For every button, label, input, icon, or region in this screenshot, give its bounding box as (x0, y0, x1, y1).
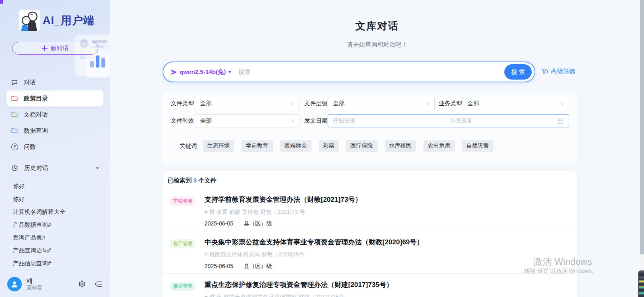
filter-select-file-level[interactable]: 全部∨ (328, 97, 435, 110)
sidebar-item-policy-catalog[interactable]: 政策目录 (6, 90, 103, 107)
result-level: 县（区）级 (244, 220, 272, 227)
result-title[interactable]: 重点生态保护修复治理专项资金管理办法（财建[2017]735号） (204, 281, 572, 289)
scrollbar-thumb[interactable] (640, 0, 644, 254)
search-input[interactable]: 搜索 (238, 68, 504, 76)
funnel-icon (541, 68, 548, 75)
sidebar-item-label: 问数 (24, 143, 36, 151)
sidebar-item-ask-data[interactable]: ? 问数 (6, 139, 103, 155)
folder-blue-icon (11, 127, 18, 134)
sidebar-item-label: 对话 (24, 79, 36, 86)
clock-icon (11, 164, 18, 172)
meter-overlay-widget (638, 270, 644, 297)
results-summary: 已检索到 3 个文件 (163, 171, 577, 188)
keyword-tag[interactable]: 困难群众 (280, 140, 312, 152)
avatar[interactable] (7, 277, 22, 291)
chevron-down-icon: ∨ (291, 101, 294, 106)
sidebar-item-doc-chat[interactable]: 文档对话 (6, 107, 103, 123)
plus-icon (42, 45, 47, 51)
sidebar-item-data-query[interactable]: 数据查询 (6, 123, 103, 139)
model-name: qwen2.5-14b(免) (180, 68, 226, 76)
collapse-sidebar-icon[interactable] (95, 281, 103, 288)
advanced-filter-link[interactable]: 高级筛选 (541, 68, 575, 75)
result-item[interactable]: 票据管理 重点生态保护修复治理专项资金管理办法（财建[2017]735号） # … (163, 273, 577, 297)
result-meta: 2025-06-05 县（区）级 (204, 220, 572, 227)
results-card: 已检索到 3 个文件 非税管理 支持学前教育发展资金管理办法（财教[2021]7… (163, 171, 577, 297)
page-subtitle: 请开始查询和对话吧！ (110, 41, 644, 49)
scrollbar-track[interactable] (640, 0, 644, 297)
windows-activation-hint: 转到“设置”以激活 Windows。 (524, 268, 597, 275)
windows-activation-watermark: 激活 Windows (533, 256, 592, 268)
chevron-down-icon[interactable] (95, 165, 100, 172)
user-names: xlj 夏莉君 (27, 277, 42, 291)
result-tags: # 财 政育 部部 文件教 财教〔2021]73 号 (204, 208, 572, 216)
history-item[interactable]: 产品数据查询# (0, 218, 110, 231)
result-title[interactable]: 支持学前教育发展资金管理办法（财教[2021]73号） (204, 195, 572, 204)
result-item[interactable]: 非税管理 支持学前教育发展资金管理办法（财教[2021]73号） # 财 政育 … (163, 188, 577, 231)
chevron-down-icon: ∨ (561, 101, 564, 106)
keywords-label: 关键词 (180, 142, 197, 150)
category-badge: 非税管理 (170, 197, 196, 206)
logo-image (19, 10, 40, 31)
history-item[interactable]: 你好 (0, 180, 110, 193)
folder-green-icon (11, 111, 18, 118)
start-date-input[interactable]: 开始日期 (333, 117, 440, 125)
arrow-right-icon: → (440, 118, 446, 124)
result-tags: # 财 政 部国土资源部文件环境保护部 财建〔2017]735号 (204, 293, 572, 297)
history-item[interactable]: 产品信息查询# (0, 257, 110, 270)
page-title: 文库对话 (110, 19, 644, 33)
history-item[interactable]: 产品查询语句# (0, 244, 110, 257)
keywords-row: 关键词 生态环境 学前教育 困难群众 彩票 医疗保险 水库移民 农村危房 自然灾… (163, 140, 577, 152)
filter-panel: 文件类型 全部∨ 文件层级 全部∨ 业务类型 全部∨ 文件时效 全部∨ 发文日期… (163, 92, 577, 163)
filter-label-file-type: 文件类型 (171, 97, 194, 110)
filter-select-file-validity[interactable]: 全部∨ (195, 114, 299, 127)
history-item[interactable]: 计算机名词解释大全 (0, 205, 110, 218)
chat-icon (11, 79, 18, 86)
main-panel: 文库对话 请开始查询和对话吧！ qwen2.5-14b(免) 搜索 搜 索 高级… (110, 0, 644, 297)
search-button[interactable]: 搜 索 (504, 64, 532, 80)
history-header-label: 历史对话 (24, 164, 48, 172)
filter-label-issue-date: 发文日期 (304, 114, 328, 127)
history-item[interactable]: 你好 (0, 193, 110, 205)
filter-label-file-validity: 文件时效 (171, 114, 194, 127)
search-bar[interactable]: qwen2.5-14b(免) 搜索 搜 索 (163, 61, 535, 82)
calendar-icon (557, 118, 564, 124)
settings-gear-icon[interactable] (78, 280, 86, 288)
end-date-input[interactable]: 结束日期 (450, 117, 557, 125)
result-title[interactable]: 中央集中彩票公益金支持体育事业专项资金管理办法（财教[2020]69号） (204, 238, 572, 247)
decorative-bar-chart (90, 55, 105, 68)
keyword-tag[interactable]: 彩票 (319, 140, 339, 152)
chevron-down-icon: ∨ (291, 118, 294, 123)
model-selector[interactable]: qwen2.5-14b(免) (171, 68, 232, 76)
app-logo: AI_用户端 (19, 10, 95, 31)
history-list: 你好 你好 计算机名词解释大全 产品数据查询# 查询产品表# 产品查询语句# 产… (0, 180, 110, 270)
history-section-header[interactable]: 历史对话 (0, 161, 110, 175)
divider (0, 157, 110, 157)
user-bar: xlj 夏莉君 (0, 270, 110, 297)
filter-select-file-type[interactable]: 全部∨ (195, 97, 299, 110)
folder-red-icon (11, 95, 18, 102)
question-circle-icon: ? (11, 143, 18, 150)
select-value: 全部 (200, 117, 212, 125)
select-value: 全部 (467, 100, 479, 107)
filter-select-business-type[interactable]: 全部∨ (462, 97, 569, 110)
sidebar-item-chat[interactable]: 对话 (6, 74, 103, 90)
keyword-tag[interactable]: 生态环境 (203, 140, 234, 152)
new-chat-button[interactable]: 新对话 (12, 42, 98, 55)
keyword-tag[interactable]: 自然灾害 (462, 140, 493, 152)
result-date: 2025-06-05 (204, 262, 233, 270)
filter-label-business-type: 业务类型 (439, 97, 462, 110)
keyword-tag[interactable]: 医疗保险 (346, 140, 378, 152)
result-meta: 2025-06-05 县（区）级 (204, 262, 572, 270)
result-item[interactable]: 资产管理 中央集中彩票公益金支持体育事业专项资金管理办法（财教[2020]69号… (163, 231, 577, 273)
history-item[interactable]: 查询产品表# (0, 231, 110, 244)
user-name: xlj (27, 277, 42, 285)
results-count: 3 (193, 177, 196, 184)
user-fullname: 夏莉君 (27, 285, 42, 291)
select-value: 全部 (200, 100, 212, 107)
keyword-tag[interactable]: 水库移民 (385, 140, 416, 152)
keyword-tag[interactable]: 农村危房 (423, 140, 455, 152)
category-badge: 资产管理 (170, 239, 196, 248)
caret-down-icon (228, 71, 232, 73)
keyword-tag[interactable]: 学前教育 (242, 140, 273, 152)
date-range-input[interactable]: 开始日期 → 结束日期 (328, 114, 569, 127)
